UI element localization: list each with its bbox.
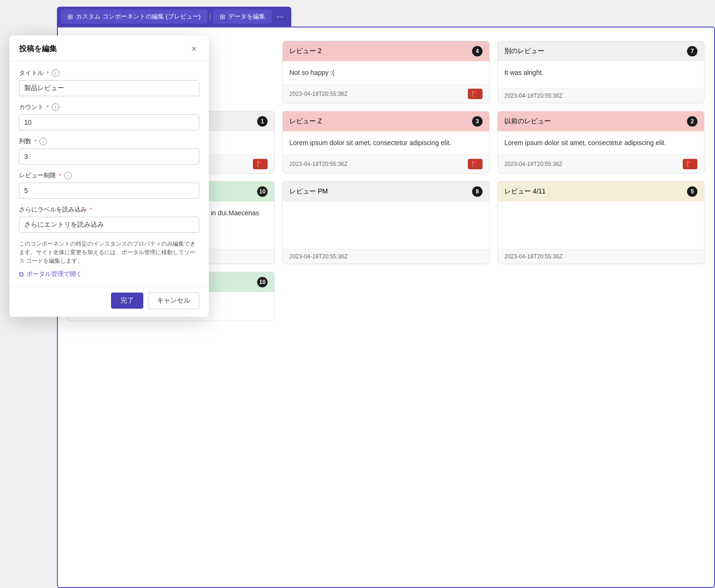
portal-link-label: ポータル管理で開く xyxy=(27,270,82,278)
title-info-icon[interactable]: i xyxy=(52,69,59,77)
count-label: カウント * i xyxy=(19,103,199,111)
title-required-star: * xyxy=(46,70,49,77)
count-input[interactable] xyxy=(19,114,199,130)
review-limit-required-star: * xyxy=(59,172,61,179)
modal-title: 投稿を編集 xyxy=(19,44,57,54)
columns-required-star: * xyxy=(34,138,37,145)
columns-label: 列数 * i xyxy=(19,137,199,146)
modal-overlay: 投稿を編集 × タイトル * i カウント * i xyxy=(0,0,715,588)
form-group-load-more: さらにラベルを読み込み * xyxy=(19,205,199,233)
modal-header: 投稿を編集 × xyxy=(9,36,209,61)
title-input[interactable] xyxy=(19,80,199,96)
review-limit-input[interactable] xyxy=(19,183,199,199)
form-group-title: タイトル * i xyxy=(19,69,199,96)
count-info-icon[interactable]: i xyxy=(52,103,59,111)
edit-post-modal: 投稿を編集 × タイトル * i カウント * i xyxy=(9,36,209,317)
modal-close-button[interactable]: × xyxy=(188,43,199,55)
modal-body: タイトル * i カウント * i 列数 * xyxy=(9,61,209,286)
load-more-required-star: * xyxy=(90,206,92,213)
portal-link[interactable]: ⧉ ポータル管理で開く xyxy=(19,270,199,278)
modal-footer: 完了 キャンセル xyxy=(9,286,209,317)
portal-link-icon: ⧉ xyxy=(19,270,24,278)
title-label: タイトル * i xyxy=(19,69,199,77)
form-group-count: カウント * i xyxy=(19,103,199,130)
count-required-star: * xyxy=(46,104,49,111)
cancel-button[interactable]: キャンセル xyxy=(148,292,199,309)
form-note: このコンポーネントの特定のインスタンスのプロパティのみ編集できます。サイト全体に… xyxy=(19,239,199,265)
load-more-label: さらにラベルを読み込み * xyxy=(19,205,199,214)
columns-input[interactable] xyxy=(19,148,199,165)
columns-info-icon[interactable]: i xyxy=(39,138,47,145)
review-limit-info-icon[interactable]: i xyxy=(64,172,72,179)
done-button[interactable]: 完了 xyxy=(111,293,143,309)
load-more-input[interactable] xyxy=(19,217,199,233)
review-limit-label: レビュー制限 * i xyxy=(19,171,199,180)
form-group-columns: 列数 * i xyxy=(19,137,199,165)
form-group-review-limit: レビュー制限 * i xyxy=(19,171,199,199)
